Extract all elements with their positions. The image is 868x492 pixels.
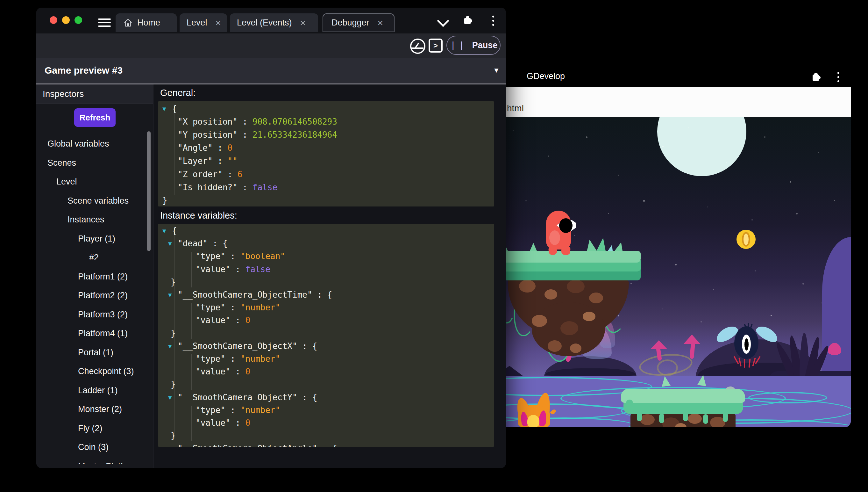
home-icon [123,18,133,28]
collapse-chevron-icon[interactable]: ▼ [493,66,500,75]
expander-icon[interactable]: ▼ [162,105,172,112]
refresh-button[interactable]: Refresh [74,108,115,127]
close-tab-icon[interactable]: × [216,18,221,28]
kebab-menu-icon[interactable] [492,16,494,26]
expander-icon[interactable]: ▼ [162,227,172,234]
sidebar-item[interactable]: Platform2 (2) [36,286,153,305]
json-row: "Angle" : 0 [162,142,494,154]
general-json-panel: ▼{"X position" : 908.0706146508293"Y pos… [158,101,494,206]
expander-icon[interactable]: ▼ [168,291,178,298]
player-character [546,211,584,255]
window-titlebar[interactable]: Home Level × Level (Events) × Debugger × [36,8,506,33]
json-row: } [162,276,494,288]
json-row: "value" : 0 [162,417,494,429]
tab-label: Level [187,18,207,28]
json-row: ▼"__SmoothCamera_ObjectX" : { [162,340,494,352]
extensions-icon[interactable] [463,16,471,24]
json-row: "type" : "number" [162,352,494,365]
sidebar-item[interactable]: Platform4 (1) [36,324,153,343]
sidebar-item[interactable]: Monster (2) [36,400,153,419]
close-window-button[interactable] [50,16,57,24]
expander-icon[interactable]: ▼ [168,343,178,349]
json-row: "type" : "number" [162,404,494,417]
json-row: "type" : "boolean" [162,250,494,263]
inspectors-title: Inspectors [43,89,84,99]
kebab-menu-icon[interactable] [837,72,839,82]
sidebar-item[interactable]: Fly (2) [36,419,153,438]
tab-level[interactable]: Level × [180,14,227,32]
sidebar-item[interactable]: Player (1) [36,229,153,249]
json-row: } [162,194,494,206]
json-row: "X position" : 908.0706146508293 [162,115,494,128]
json-row: "Y position" : 21.65334236184964 [162,128,494,141]
json-row: "value" : false [162,263,494,276]
json-row: "Z order" : 6 [162,168,494,181]
json-row: ▼{ [162,102,494,115]
island-2 [618,378,752,427]
game-window-title: GDevelop [527,71,565,81]
general-heading: General: [160,88,195,98]
tab-label: Home [137,18,160,28]
tab-home[interactable]: Home [115,14,177,32]
address-text: html [507,103,524,114]
inspectors-sidebar: Inspectors Refresh Global variablesScene… [36,84,154,468]
tab-debugger[interactable]: Debugger × [322,14,395,32]
sidebar-item[interactable]: Scene variables [36,192,153,211]
coin [736,230,756,249]
expander-icon[interactable]: ▼ [168,445,178,447]
json-row: ▼{ [162,224,494,237]
tab-list-chevron-icon[interactable] [439,17,447,25]
close-tab-icon[interactable]: × [378,18,384,28]
sidebar-item[interactable]: Level [36,172,153,192]
sidebar-scrollbar[interactable] [147,131,151,251]
zoom-window-button[interactable] [75,16,82,24]
extensions-icon[interactable] [811,73,820,81]
tab-level-events[interactable]: Level (Events) × [230,14,318,32]
json-row: } [162,378,494,391]
sidebar-item[interactable]: Ladder (1) [36,381,153,400]
preview-header[interactable]: Game preview #3 ▼ [36,58,506,83]
json-row: "Is hidden?" : false [162,181,494,194]
fly-monster [709,321,785,366]
sidebar-item[interactable]: MovingPlatform [36,457,153,464]
instance-variables-heading: Instance variables: [160,210,237,221]
minimize-window-button[interactable] [62,16,70,24]
address-bar[interactable]: html [484,87,851,118]
agave-plant [779,331,826,379]
profiler-gauge-icon[interactable] [410,39,425,54]
game-scene [484,117,851,427]
sidebar-item[interactable]: Portal (1) [36,343,153,362]
expander-icon[interactable]: ▼ [168,240,178,247]
json-row: ▼"__SmoothCamera_ObjectTime" : { [162,288,494,301]
close-tab-icon[interactable]: × [300,18,306,28]
pause-icon: ❘❘ [450,40,467,50]
hamburger-menu-icon[interactable] [98,19,111,27]
json-row: "value" : 0 [162,314,494,327]
sidebar-item[interactable]: Checkpoint (3) [36,362,153,381]
json-row: } [162,429,494,442]
tab-label: Debugger [332,18,369,28]
water-line [748,392,827,403]
instance-json-panel: ▼{▼"dead" : {"type" : "boolean""value" :… [158,224,494,447]
sidebar-item[interactable]: #2 [36,248,153,267]
sidebar-item[interactable]: Platform3 (2) [36,305,153,324]
json-row: "value" : 0 [162,365,494,378]
inspector-main-panel: General: ▼{"X position" : 908.0706146508… [154,84,506,468]
sidebar-item[interactable]: Instances [36,210,153,229]
console-icon[interactable]: > [428,39,443,53]
sidebar-item[interactable]: Scenes [36,154,153,173]
game-preview-window: GDevelop html [484,66,851,427]
json-row: "type" : "number" [162,301,494,314]
json-row: } [162,327,494,340]
json-row: ▼"__SmoothCamera_ObjectY" : { [162,391,494,403]
inspectors-header: Inspectors [36,84,153,104]
json-row: ▼"dead" : { [162,237,494,250]
sidebar-item[interactable]: Coin (3) [36,438,153,457]
campfire [515,391,559,427]
sidebar-item[interactable]: Global variables [36,134,153,154]
game-window-titlebar[interactable]: GDevelop [484,66,851,87]
sidebar-item[interactable]: Platform1 (2) [36,267,153,287]
expander-icon[interactable]: ▼ [168,394,178,401]
preview-title: Game preview #3 [45,65,123,76]
pause-button[interactable]: ❘❘ Pause [446,36,501,55]
